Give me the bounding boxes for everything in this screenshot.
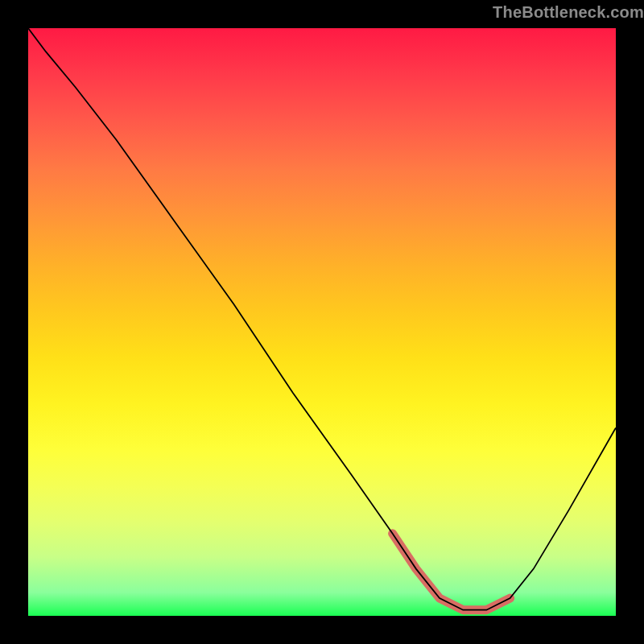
- plot-svg: [28, 28, 616, 616]
- highlighted-segment: [393, 534, 510, 610]
- watermark-text: TheBottleneck.com: [493, 3, 644, 22]
- chart-frame: TheBottleneck.com: [0, 0, 644, 644]
- curve-line: [28, 28, 616, 610]
- plot-area: [28, 28, 616, 616]
